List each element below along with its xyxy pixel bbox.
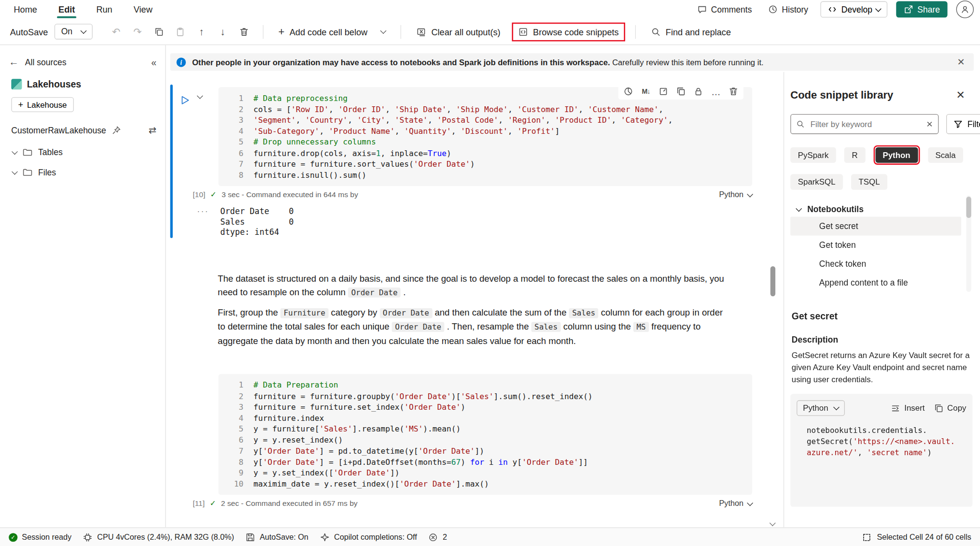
autosave-label: AutoSave: [10, 27, 48, 37]
status-bar: ✓ Session ready CPU 4vCores (2.4%), RAM …: [0, 527, 980, 546]
tag-python[interactable]: Python: [875, 147, 918, 163]
search-icon: [651, 27, 661, 37]
list-scrollbar[interactable]: [966, 195, 971, 292]
copy-cell-icon[interactable]: [673, 85, 688, 99]
filter-button[interactable]: Filter: [946, 114, 980, 134]
tree-item-tables[interactable]: Tables: [0, 142, 165, 162]
collapse-cell-icon[interactable]: [198, 95, 202, 99]
plus-icon: +: [18, 100, 24, 110]
markdown-cell[interactable]: The dataset is structured on a daily bas…: [218, 272, 726, 347]
notebook-canvas: M↓ …: [166, 72, 784, 527]
history-button[interactable]: History: [764, 2, 812, 16]
more-cell-actions-icon[interactable]: …: [708, 85, 723, 99]
cell-toolbar: M↓ …: [618, 83, 743, 100]
move-up-icon[interactable]: ↑: [193, 23, 210, 40]
description-text: GetSecret returns an Azure Key Vault sec…: [790, 349, 970, 385]
back-arrow-icon[interactable]: ←: [9, 57, 19, 68]
insert-snippet-button[interactable]: Insert: [891, 403, 925, 413]
develop-button[interactable]: Develop: [821, 1, 887, 18]
selection-status: Selected Cell 24 of 60 cells: [862, 532, 971, 542]
tag-r[interactable]: R: [844, 147, 865, 163]
convert-to-markdown-icon[interactable]: M↓: [638, 85, 653, 99]
main-menu: Home Edit Run View: [13, 2, 154, 17]
tag-pyspark[interactable]: PySpark: [790, 147, 836, 163]
snippet-search-box[interactable]: ✕: [790, 114, 938, 134]
annotation-box-python-tag: Python: [873, 145, 920, 165]
snippet-search-input[interactable]: [809, 119, 922, 129]
banner-close-icon[interactable]: ✕: [954, 57, 967, 68]
notebook-scrollbar[interactable]: [770, 72, 776, 527]
output-options-icon[interactable]: ···: [197, 207, 209, 238]
avatar[interactable]: [956, 0, 974, 18]
tag-tsql[interactable]: TSQL: [851, 174, 887, 189]
collapse-pane-icon[interactable]: «: [151, 57, 156, 67]
scroll-down-icon[interactable]: [770, 520, 776, 526]
autosave-value: On: [61, 27, 72, 36]
code-snippet-panel: Code snippet library ✕ ✕ Filter: [784, 72, 980, 527]
snippet-item-check-token[interactable]: Check token: [790, 254, 961, 273]
menu-view[interactable]: View: [132, 2, 154, 17]
scrollbar-thumb[interactable]: [966, 197, 971, 218]
menu-home[interactable]: Home: [13, 2, 39, 17]
add-code-cell-button[interactable]: + Add code cell below: [273, 22, 391, 41]
notebook-cell-2[interactable]: 1# Data Preparation2furniture = furnitur…: [170, 374, 784, 508]
divider: [263, 25, 263, 39]
comments-label: Comments: [711, 5, 752, 14]
warning-banner: i Other people in your organization may …: [170, 53, 974, 71]
clear-all-outputs-button[interactable]: Clear all output(s): [411, 24, 505, 40]
code-editor[interactable]: 1# Data preprocessing2cols = ['Row ID', …: [218, 87, 752, 186]
app-window: Home Edit Run View Comments History Deve…: [0, 0, 980, 546]
all-sources-label[interactable]: All sources: [25, 57, 67, 67]
browse-code-snippets-button[interactable]: Browse code snippets: [513, 24, 624, 40]
run-cell-button[interactable]: [179, 95, 190, 106]
focus-mode-icon[interactable]: [656, 85, 671, 99]
snippet-item-append-content[interactable]: Append content to a file: [790, 273, 961, 292]
scrollbar-thumb[interactable]: [770, 266, 775, 296]
lock-cell-icon[interactable]: [691, 85, 706, 99]
cell-language-selector[interactable]: Python: [719, 499, 753, 508]
clear-search-icon[interactable]: ✕: [926, 119, 933, 129]
undo-icon[interactable]: ↶: [108, 23, 125, 40]
snippet-list: Get secret Get token Check token Append …: [790, 217, 972, 292]
copy-snippet-button[interactable]: Copy: [934, 403, 966, 413]
cell-status-row: [11] ✓ 2 sec - Command executed in 657 m…: [193, 499, 752, 508]
comments-button[interactable]: Comments: [693, 2, 756, 16]
delete-icon[interactable]: [235, 23, 252, 40]
delete-cell-icon[interactable]: [726, 85, 741, 99]
code-editor[interactable]: 1# Data Preparation2furniture = furnitur…: [218, 374, 752, 495]
menu-run[interactable]: Run: [95, 2, 113, 17]
tree-item-files[interactable]: Files: [0, 162, 165, 182]
error-circle-icon: [428, 532, 438, 542]
person-icon: [960, 4, 970, 14]
selection-status-label: Selected Cell 24 of 60 cells: [877, 532, 971, 541]
snippet-item-get-secret[interactable]: Get secret: [790, 217, 961, 236]
lakehouse-item[interactable]: CustomerRawLakehouse ⇄: [0, 116, 165, 142]
find-and-replace-button[interactable]: Find and replace: [645, 24, 736, 40]
snippet-item-get-token[interactable]: Get token: [790, 235, 961, 254]
autosave-toggle[interactable]: On: [54, 24, 92, 39]
add-lakehouse-button[interactable]: + Lakehouse: [11, 97, 73, 112]
redo-icon[interactable]: ↷: [129, 23, 146, 40]
pin-icon[interactable]: [111, 125, 121, 135]
paste-icon[interactable]: [171, 23, 189, 40]
switch-lakehouse-icon[interactable]: ⇄: [149, 125, 156, 136]
snippet-language-dropdown[interactable]: Python: [797, 400, 845, 416]
snippet-detail-title: Get secret: [790, 311, 972, 321]
move-down-icon[interactable]: ↓: [214, 23, 231, 40]
banner-text: Other people in your organization may ha…: [192, 57, 948, 67]
menu-edit[interactable]: Edit: [57, 2, 76, 17]
chevron-down-icon: [747, 500, 753, 506]
tag-scala[interactable]: Scala: [928, 147, 963, 163]
close-panel-icon[interactable]: ✕: [956, 88, 965, 101]
autosave-status: AutoSave: On: [245, 532, 308, 542]
copy-icon[interactable]: [150, 23, 168, 40]
snippet-group-notebookutils[interactable]: Notebookutils: [790, 205, 972, 214]
pie-chart-icon[interactable]: [621, 85, 636, 99]
notebook-cell-1[interactable]: M↓ …: [170, 87, 784, 238]
lakehouse-icon: [11, 79, 22, 89]
share-button[interactable]: Share: [896, 1, 947, 18]
error-count[interactable]: 2: [428, 532, 447, 542]
tag-sparksql[interactable]: SparkSQL: [790, 174, 843, 189]
chevron-down-icon: [12, 148, 18, 155]
cell-language-selector[interactable]: Python: [719, 190, 753, 199]
